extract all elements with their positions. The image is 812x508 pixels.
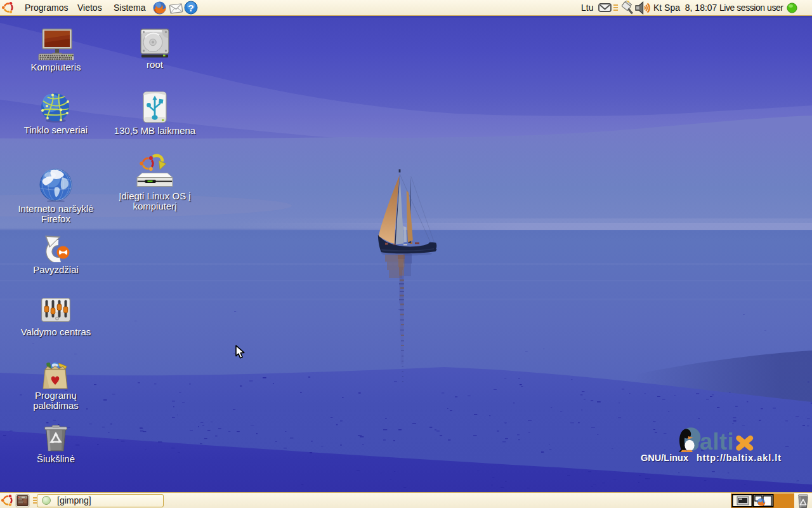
svg-text:?: ? (188, 3, 193, 13)
svg-text:alti: alti (700, 429, 734, 455)
svg-text:http://baltix.akl.lt: http://baltix.akl.lt (697, 453, 781, 463)
svg-text:GNU/Linux: GNU/Linux (641, 453, 688, 463)
